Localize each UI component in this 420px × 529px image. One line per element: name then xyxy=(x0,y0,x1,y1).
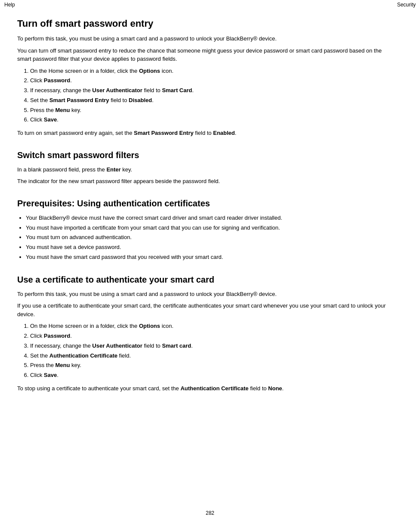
step-3: If necessary, change the User Authentica… xyxy=(30,86,387,95)
step-4-disabled: Disabled xyxy=(129,97,152,103)
para-turn-on-note: To turn on smart password entry again, s… xyxy=(17,129,387,137)
cert-step-1-options: Options xyxy=(139,323,160,329)
section-use-certificate: Use a certificate to authenticate your s… xyxy=(17,275,387,393)
note-smart-password-entry: Smart Password Entry xyxy=(134,130,194,136)
prereq-3: You must turn on advanced authentication… xyxy=(26,233,387,242)
prereq-2: You must have imported a certificate fro… xyxy=(26,224,387,233)
section-prerequisites: Prerequisites: Using authentication cert… xyxy=(17,199,387,262)
step-4-smart-password-entry: Smart Password Entry xyxy=(49,97,109,103)
cert-step-4-auth-cert: Authentication Certificate xyxy=(49,352,117,359)
cert-step-1: On the Home screen or in a folder, click… xyxy=(30,322,387,331)
cert-step-5: Press the Menu key. xyxy=(30,361,387,370)
step-1: On the Home screen or in a folder, click… xyxy=(30,67,387,76)
step-2-password: Password xyxy=(44,77,70,84)
heading-prerequisites: Prerequisites: Using authentication cert… xyxy=(17,199,387,208)
cert-step-2-password: Password xyxy=(44,333,70,339)
cert-stop-auth-cert: Authentication Certificate xyxy=(180,385,248,392)
para-turn-off-description: You can turn off smart password entry to… xyxy=(17,47,387,63)
note-enabled: Enabled xyxy=(213,130,235,136)
step-6-save: Save xyxy=(44,116,57,123)
step-5: Press the Menu key. xyxy=(30,106,387,115)
page-number: 282 xyxy=(201,506,219,520)
cert-step-2: Click Password. xyxy=(30,332,387,341)
prereq-1: Your BlackBerry® device must have the co… xyxy=(26,214,387,223)
header-security: Security xyxy=(397,2,416,8)
step-4: Set the Smart Password Entry field to Di… xyxy=(30,96,387,105)
cert-step-3-user-auth: User Authenticator xyxy=(92,342,142,349)
prerequisites-list: Your BlackBerry® device must have the co… xyxy=(26,214,387,262)
para-switch-instruction: In a blank password field, press the Ent… xyxy=(17,165,387,174)
cert-stop-none: None xyxy=(268,385,282,392)
heading-switch-smart-password: Switch smart password filters xyxy=(17,150,387,160)
step-5-menu: Menu xyxy=(56,107,70,113)
step-3-user-auth: User Authenticator xyxy=(92,87,142,93)
main-content: Turn off smart password entry To perform… xyxy=(0,9,405,423)
cert-step-6-save: Save xyxy=(44,372,57,378)
page-header: Help Security xyxy=(0,0,420,9)
step-2: Click Password. xyxy=(30,76,387,85)
cert-step-4: Set the Authentication Certificate field… xyxy=(30,352,387,361)
para-cert-stop-note: To stop using a certificate to authentic… xyxy=(17,384,387,393)
prereq-4: You must have set a device password. xyxy=(26,243,387,252)
para-cert-description: If you use a certificate to authenticate… xyxy=(17,302,387,318)
para-cert-prereq: To perform this task, you must be using … xyxy=(17,290,387,299)
step-1-options: Options xyxy=(139,68,160,74)
cert-step-5-menu: Menu xyxy=(56,362,70,368)
step-3-smart-card: Smart Card xyxy=(162,87,192,93)
section-turn-off-smart-password: Turn off smart password entry To perform… xyxy=(17,18,387,137)
switch-enter-key: Enter xyxy=(106,166,120,173)
heading-use-certificate: Use a certificate to authenticate your s… xyxy=(17,275,387,285)
section-switch-smart-password: Switch smart password filters In a blank… xyxy=(17,150,387,186)
step-6: Click Save. xyxy=(30,115,387,124)
prereq-5: You must have the smart card password th… xyxy=(26,253,387,262)
cert-step-6: Click Save. xyxy=(30,371,387,380)
header-help: Help xyxy=(4,2,15,8)
heading-turn-off-smart-password: Turn off smart password entry xyxy=(17,18,387,29)
para-task-prereq-1: To perform this task, you must be using … xyxy=(17,34,387,43)
steps-use-cert: On the Home screen or in a folder, click… xyxy=(30,322,387,380)
cert-step-3-smart-card: Smart card xyxy=(162,342,191,349)
para-switch-indicator: The indicator for the new smart password… xyxy=(17,177,387,186)
steps-turn-off: On the Home screen or in a folder, click… xyxy=(30,67,387,125)
cert-step-3: If necessary, change the User Authentica… xyxy=(30,342,387,351)
